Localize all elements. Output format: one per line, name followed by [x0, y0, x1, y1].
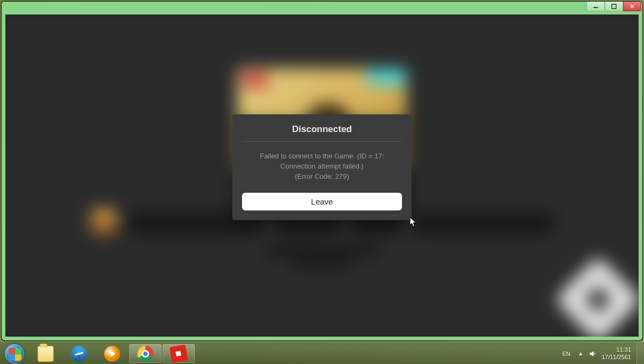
clock-date: 17/11/2561 — [602, 354, 631, 361]
dialog-message-line1: Failed to connect to the Game. (ID = 17:… — [260, 152, 384, 170]
taskbar-item-ie[interactable] — [63, 344, 95, 363]
media-player-icon — [104, 346, 120, 362]
window-controls — [587, 2, 641, 11]
mouse-cursor-icon — [409, 217, 417, 228]
game-client-area: Disconnected Failed to connect to the Ga… — [5, 14, 639, 337]
taskbar-item-media-player[interactable] — [96, 344, 128, 363]
chrome-icon — [137, 346, 153, 362]
show-desktop-button[interactable] — [636, 343, 644, 364]
taskbar-clock[interactable]: 11:31 17/11/2561 — [602, 346, 633, 360]
dialog-message-line2: (Error Code: 279) — [295, 172, 349, 180]
window-titlebar[interactable]: Roblox — [2, 2, 642, 14]
start-button[interactable] — [0, 343, 29, 364]
leave-button[interactable]: Leave — [242, 193, 402, 210]
roblox-icon — [5, 4, 12, 12]
svg-rect-1 — [612, 4, 616, 9]
taskbar-item-roblox[interactable] — [163, 344, 195, 363]
roblox-icon — [170, 344, 188, 363]
volume-icon[interactable] — [589, 350, 596, 358]
tray-overflow-icon[interactable]: ▲ — [578, 351, 583, 356]
app-window: Roblox — [1, 1, 643, 341]
language-indicator[interactable]: EN — [560, 351, 573, 357]
svg-rect-0 — [594, 7, 598, 8]
taskbar-item-chrome[interactable] — [129, 344, 162, 363]
taskbar-item-explorer[interactable] — [30, 344, 62, 363]
windows-logo-icon — [5, 344, 24, 363]
clock-time: 11:31 — [602, 346, 631, 353]
dialog-message: Failed to connect to the Game. (ID = 17:… — [242, 151, 402, 182]
window-title: Roblox — [16, 4, 35, 12]
minimize-button[interactable] — [587, 2, 605, 11]
close-button[interactable] — [623, 2, 641, 11]
file-explorer-icon — [38, 346, 54, 362]
system-tray: EN ▲ 11:31 17/11/2561 — [557, 343, 636, 364]
disconnected-dialog: Disconnected Failed to connect to the Ga… — [232, 114, 412, 220]
dialog-title: Disconnected — [242, 124, 402, 142]
taskbar: EN ▲ 11:31 17/11/2561 — [0, 343, 644, 364]
internet-explorer-icon — [71, 346, 87, 362]
maximize-button[interactable] — [605, 2, 623, 11]
